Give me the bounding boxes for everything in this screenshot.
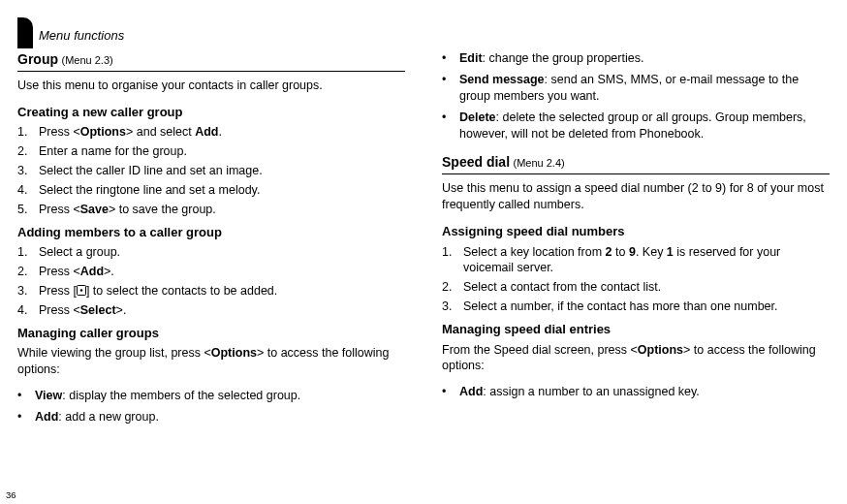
list-item: 2. Enter a name for the group. <box>17 143 405 160</box>
option-text: Edit: change the group properties. <box>459 50 830 67</box>
speed-dial-intro: Use this menu to assign a speed dial num… <box>442 180 830 213</box>
speed-dial-title: Speed dial <box>442 154 510 170</box>
list-item: • View: display the members of the selec… <box>17 388 405 404</box>
section-title-group: Group (Menu 2.3) <box>17 50 405 72</box>
step-text: Press <Select>. <box>39 302 405 319</box>
step-text: Select a key location from 2 to 9. Key 1… <box>463 244 830 277</box>
step-text: Select the ringtone line and set a melod… <box>39 182 405 199</box>
create-group-steps: 1. Press <Options> and select Add. 2. En… <box>17 124 405 217</box>
bullet-icon: • <box>17 409 35 425</box>
list-item: • Add: add a new group. <box>17 409 405 425</box>
step-number: 2. <box>17 143 39 160</box>
step-number: 5. <box>17 202 39 218</box>
step-number: 3. <box>442 299 463 315</box>
step-number: 3. <box>17 163 39 179</box>
assign-speed-steps: 1. Select a key location from 2 to 9. Ke… <box>442 244 830 316</box>
list-item: 4. Select the ringtone line and set a me… <box>17 182 405 199</box>
manage-speed-intro: From the Speed dial screen, press <Optio… <box>442 342 830 375</box>
manage-speed-options: • Add: assign a number to an unassigned … <box>442 384 830 400</box>
step-text: Press <Options> and select Add. <box>39 124 405 141</box>
step-text: Select a number, if the contact has more… <box>463 299 830 315</box>
list-item: 3. Press [] to select the contacts to be… <box>17 283 405 299</box>
header-accent-bar <box>17 17 33 48</box>
step-number: 4. <box>17 182 39 199</box>
manage-groups-options-cont: • Edit: change the group properties. • S… <box>442 50 830 142</box>
step-number: 1. <box>17 244 39 261</box>
speed-dial-menu-tag: (Menu 2.4) <box>514 157 565 169</box>
bullet-icon: • <box>442 384 459 400</box>
left-column: Group (Menu 2.3) Use this menu to organi… <box>17 50 405 430</box>
option-text: Add: add a new group. <box>35 409 405 425</box>
assign-speed-heading: Assigning speed dial numbers <box>442 223 830 240</box>
ok-key-icon <box>77 284 86 295</box>
step-number: 1. <box>442 244 463 277</box>
step-text: Press [] to select the contacts to be ad… <box>39 283 405 299</box>
page-number: 36 <box>6 489 16 500</box>
step-text: Select the caller ID line and set an ima… <box>39 163 405 179</box>
svg-point-1 <box>80 289 82 291</box>
step-number: 4. <box>17 302 39 319</box>
create-group-heading: Creating a new caller group <box>17 104 405 121</box>
step-number: 2. <box>17 264 39 280</box>
step-text: Select a group. <box>39 244 405 261</box>
content-columns: Group (Menu 2.3) Use this menu to organi… <box>17 50 830 430</box>
step-text: Select a contact from the contact list. <box>463 279 830 296</box>
option-text: Add: assign a number to an unassigned ke… <box>459 384 830 400</box>
group-intro: Use this menu to organise your contacts … <box>17 78 405 94</box>
list-item: 1. Press <Options> and select Add. <box>17 124 405 141</box>
list-item: 1. Select a group. <box>17 244 405 261</box>
add-members-heading: Adding members to a caller group <box>17 224 405 241</box>
list-item: 2. Select a contact from the contact lis… <box>442 279 830 296</box>
list-item: • Send message: send an SMS, MMS, or e-m… <box>442 72 830 105</box>
bullet-icon: • <box>442 72 459 105</box>
header-title: Menu functions <box>39 28 124 43</box>
manage-groups-intro: While viewing the group list, press <Opt… <box>17 345 405 378</box>
step-text: Press <Add>. <box>39 264 405 280</box>
bullet-icon: • <box>442 50 459 67</box>
add-members-steps: 1. Select a group. 2. Press <Add>. 3. Pr… <box>17 244 405 319</box>
group-menu-tag: (Menu 2.3) <box>61 54 112 66</box>
list-item: 4. Press <Select>. <box>17 302 405 319</box>
option-text: View: display the members of the selecte… <box>35 388 405 404</box>
list-item: • Edit: change the group properties. <box>442 50 830 67</box>
step-text: Enter a name for the group. <box>39 143 405 160</box>
group-title: Group <box>17 51 58 67</box>
list-item: 2. Press <Add>. <box>17 264 405 280</box>
list-item: 3. Select a number, if the contact has m… <box>442 299 830 315</box>
list-item: • Delete: delete the selected group or a… <box>442 110 830 142</box>
manage-speed-heading: Managing speed dial entries <box>442 321 830 338</box>
section-title-speed-dial: Speed dial (Menu 2.4) <box>442 153 830 174</box>
list-item: 1. Select a key location from 2 to 9. Ke… <box>442 244 830 277</box>
step-number: 3. <box>17 283 39 299</box>
page-header: Menu functions <box>17 14 124 45</box>
step-text: Press <Save> to save the group. <box>39 202 405 218</box>
step-number: 1. <box>17 124 39 141</box>
option-text: Delete: delete the selected group or all… <box>459 110 830 142</box>
bullet-icon: • <box>442 110 459 142</box>
bullet-icon: • <box>17 388 35 404</box>
list-item: • Add: assign a number to an unassigned … <box>442 384 830 400</box>
list-item: 5. Press <Save> to save the group. <box>17 202 405 218</box>
option-text: Send message: send an SMS, MMS, or e-mai… <box>459 72 830 105</box>
manage-groups-heading: Managing caller groups <box>17 325 405 342</box>
right-column: • Edit: change the group properties. • S… <box>442 50 830 430</box>
manage-groups-options: • View: display the members of the selec… <box>17 388 405 425</box>
list-item: 3. Select the caller ID line and set an … <box>17 163 405 179</box>
step-number: 2. <box>442 279 463 296</box>
